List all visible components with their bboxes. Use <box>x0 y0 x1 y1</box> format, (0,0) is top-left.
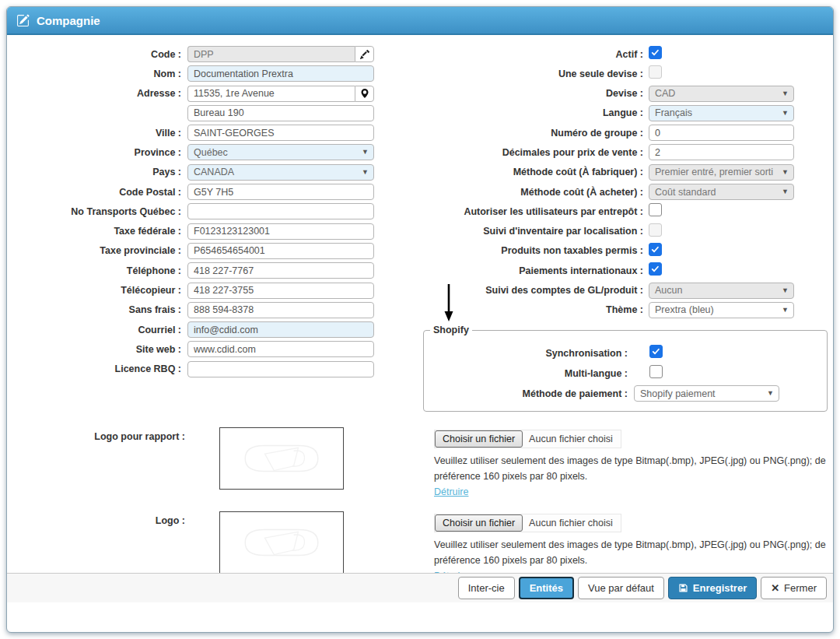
pays-row: Pays : CANADA▼ <box>9 164 380 181</box>
autoriser-utilisateurs-row: Autoriser les utilisateurs par entrepôt … <box>388 203 800 219</box>
pencil-icon <box>360 50 369 59</box>
caret-down-icon: ▼ <box>782 306 789 314</box>
adresse2-input[interactable] <box>187 105 374 121</box>
une-seule-devise-label: Une seule devise : <box>388 68 643 79</box>
taxe-federale-input[interactable] <box>187 223 374 240</box>
no-file-chosen-text: Aucun fichier choisi <box>523 434 621 444</box>
nom-row: Nom : <box>9 65 380 82</box>
caret-down-icon: ▼ <box>782 109 789 117</box>
paiements-internationaux-checkbox[interactable] <box>649 262 662 276</box>
code-label: Code : <box>9 49 181 60</box>
suivi-inventaire-checkbox <box>649 223 662 237</box>
logo-upload: Choisir un fichier Aucun fichier choisi … <box>434 514 832 582</box>
map-pin-button[interactable] <box>355 86 374 102</box>
numero-groupe-input[interactable] <box>649 125 794 141</box>
caret-down-icon: ▼ <box>782 168 789 176</box>
methode-cout-acheter-row: Méthode coût (À acheter) : Coût standard… <box>388 184 800 200</box>
no-file-chosen-text: Aucun fichier choisi <box>523 518 621 528</box>
methode-cout-fabriquer-select: Premier entré, premier sorti▼ <box>649 164 794 181</box>
shopify-legend: Shopify <box>430 325 472 335</box>
sans-frais-input[interactable] <box>187 302 374 318</box>
theme-label: Thème : <box>388 304 643 315</box>
code-postal-input[interactable] <box>187 184 374 200</box>
telecopieur-input[interactable] <box>187 283 374 299</box>
licence-rbq-label: Licence RBQ : <box>9 363 181 374</box>
actif-row: Actif : <box>388 46 800 62</box>
produits-non-taxables-row: Produits non taxables permis : <box>388 243 800 259</box>
entites-button[interactable]: Entités <box>519 577 574 599</box>
inter-cie-button[interactable]: Inter-cie <box>458 577 515 599</box>
taxe-provinciale-row: Taxe provinciale : <box>9 243 380 259</box>
pays-select[interactable]: CANADA▼ <box>187 164 374 181</box>
enregistrer-button[interactable]: Enregistrer <box>668 577 757 599</box>
dialog-header: Compagnie <box>7 7 833 35</box>
adresse-input[interactable] <box>187 86 355 102</box>
methode-paiement-select[interactable]: Shopify paiement▼ <box>634 385 779 402</box>
logo-rapport-label: Logo pour rapport : <box>7 431 185 442</box>
fermer-button[interactable]: ✕ Fermer <box>761 577 827 599</box>
devise-select: CAD▼ <box>649 86 794 102</box>
actif-label: Actif : <box>388 49 643 60</box>
licence-rbq-row: Licence RBQ : <box>9 361 380 377</box>
produits-non-taxables-checkbox[interactable] <box>649 243 662 256</box>
code-input <box>187 46 355 62</box>
langue-select[interactable]: Français▼ <box>649 105 794 121</box>
telephone-input[interactable] <box>187 262 374 279</box>
numero-groupe-row: Numéro de groupe : <box>388 125 800 141</box>
synchronisation-row: Synchronisation : <box>424 345 827 361</box>
nom-label: Nom : <box>9 68 181 79</box>
theme-select[interactable]: Prextra (bleu)▼ <box>649 302 794 318</box>
caret-down-icon: ▼ <box>362 168 369 176</box>
paiements-internationaux-row: Paiements internationaux : <box>388 262 800 279</box>
methode-paiement-label: Méthode de paiement : <box>424 388 628 399</box>
decimales-row: Décimales pour prix de vente : <box>388 144 800 160</box>
suivi-comptes-gl-select: Aucun▼ <box>649 283 794 299</box>
courriel-row: Courriel : <box>9 321 380 338</box>
taxe-provinciale-input[interactable] <box>187 243 374 259</box>
destroy-link[interactable]: Détruire <box>434 486 468 497</box>
logo-label: Logo : <box>7 515 185 526</box>
choose-file-button[interactable]: Choisir un fichier <box>435 514 523 532</box>
image-format-helper: Veuillez utiliser seulement des images d… <box>434 453 832 484</box>
ville-input[interactable] <box>187 125 374 141</box>
site-web-row: Site web : <box>9 341 380 357</box>
telephone-label: Téléphone : <box>9 265 181 276</box>
caret-down-icon: ▼ <box>782 286 789 294</box>
no-transports-input[interactable] <box>187 203 374 219</box>
site-web-input[interactable] <box>187 341 374 357</box>
autoriser-utilisateurs-checkbox[interactable] <box>649 203 662 216</box>
pays-label: Pays : <box>9 167 181 177</box>
devise-label: Devise : <box>388 88 643 99</box>
province-row: Province : Québec▼ <box>9 144 380 160</box>
nom-input[interactable] <box>187 65 374 82</box>
actif-checkbox[interactable] <box>649 46 662 59</box>
multi-langue-row: Multi-langue : <box>424 365 827 381</box>
adresse-row: Adresse : <box>9 86 380 102</box>
une-seule-devise-row: Une seule devise : <box>388 65 800 82</box>
multi-langue-checkbox[interactable] <box>649 365 663 378</box>
courriel-label: Courriel : <box>9 325 181 335</box>
adresse2-row <box>9 105 380 121</box>
taxe-provinciale-label: Taxe provinciale : <box>9 245 181 256</box>
province-select[interactable]: Québec▼ <box>187 144 374 160</box>
vue-par-defaut-button[interactable]: Vue par défaut <box>578 577 664 599</box>
paiements-internationaux-label: Paiements internationaux : <box>388 265 643 276</box>
courriel-input[interactable] <box>187 321 374 338</box>
langue-row: Langue : Français▼ <box>388 105 800 121</box>
numero-groupe-label: Numéro de groupe : <box>388 128 643 139</box>
logo-rapport-image <box>219 427 344 490</box>
synchronisation-checkbox[interactable] <box>649 345 663 358</box>
decimales-input[interactable] <box>649 144 794 160</box>
ville-label: Ville : <box>9 128 181 139</box>
logo-rapport-upload: Choisir un fichier Aucun fichier choisi … <box>434 430 832 498</box>
ville-row: Ville : <box>9 125 380 141</box>
suivi-inventaire-row: Suivi d'inventaire par localisation : <box>388 223 800 240</box>
edit-code-button[interactable] <box>355 46 374 62</box>
choose-file-button[interactable]: Choisir un fichier <box>435 430 523 448</box>
suivi-comptes-gl-label: Suivi des comptes de GL/produit : <box>388 285 643 296</box>
licence-rbq-input[interactable] <box>187 361 374 377</box>
no-transports-row: No Transports Québec : <box>9 203 380 219</box>
close-icon: ✕ <box>771 582 779 594</box>
province-label: Province : <box>9 147 181 158</box>
code-row: Code : <box>9 46 380 62</box>
